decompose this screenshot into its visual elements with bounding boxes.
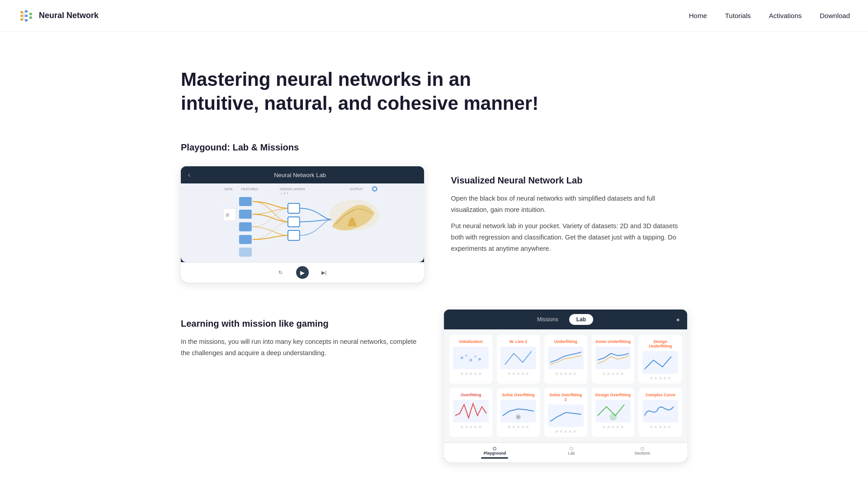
- svg-text:DATA: DATA: [225, 188, 233, 191]
- missions-feature-desc: In the missions, you will run into many …: [181, 336, 417, 358]
- mission-stars-4: [642, 376, 678, 380]
- svg-point-7: [29, 16, 32, 19]
- brand-logo-icon: [18, 8, 34, 24]
- lab-viz-svg: DATA FEATURES HIDDEN LAYERS — 1 + OUTPUT: [181, 183, 424, 260]
- svg-line-15: [28, 11, 29, 14]
- svg-line-18: [28, 18, 29, 20]
- mission-card-design-overfitting[interactable]: Design Overfitting: [592, 388, 635, 437]
- playback-controls: ↻ ▶ ▶|: [181, 262, 424, 282]
- mission-stars-8: [595, 425, 631, 429]
- next-button[interactable]: ▶|: [318, 266, 330, 279]
- lab-back-icon[interactable]: ‹: [188, 171, 190, 179]
- lab-body: DATA FEATURES HIDDEN LAYERS — 1 + OUTPUT: [181, 183, 424, 262]
- missions-mockup: Missions Lab ● Initialization: [444, 310, 687, 462]
- mission-card-complex-curve[interactable]: Complex Curve: [639, 388, 682, 437]
- mission-title-2: Underfitting: [548, 339, 584, 344]
- svg-line-17: [28, 16, 29, 18]
- mission-stars-7: [548, 430, 584, 433]
- nav-activations[interactable]: Activations: [769, 12, 802, 19]
- missions-bottom-nav: ⬡ Playground ⬡ Lab ⬡ Sections: [444, 442, 687, 462]
- mission-stars-6: [500, 425, 536, 429]
- svg-point-6: [29, 13, 32, 15]
- nav-tutorials[interactable]: Tutorials: [725, 12, 751, 19]
- missions-feature-row: Learning with mission like gaming In the…: [181, 310, 687, 462]
- bottom-nav-lab[interactable]: ⬡ Lab: [568, 446, 575, 459]
- mission-card-wline2[interactable]: W. Line 2: [497, 335, 540, 384]
- mission-title-9: Complex Curve: [642, 393, 678, 397]
- lab-title-text: Neural Network Lab: [274, 172, 326, 178]
- mission-chart-0: [453, 347, 489, 369]
- nav-links: Home Tutorials Activations Download: [689, 12, 850, 19]
- mission-stars-5: [453, 425, 489, 429]
- mission-chart-2: [548, 347, 584, 369]
- missions-mockup-container: Missions Lab ● Initialization: [444, 310, 687, 462]
- bottom-nav-sections[interactable]: ⬡ Sections: [634, 446, 650, 459]
- svg-point-39: [466, 355, 467, 357]
- mission-stars-3: [595, 372, 631, 375]
- lab-tab[interactable]: Lab: [569, 314, 593, 325]
- mission-title-5: Overfitting: [453, 393, 489, 397]
- mission-chart-9: [642, 400, 678, 422]
- hero-title: Mastering neural networks in an intuitiv…: [181, 68, 542, 115]
- playground-section-title: Playgound: Lab & Missions: [181, 142, 687, 153]
- svg-point-41: [475, 356, 476, 357]
- mission-stars-2: [548, 372, 584, 375]
- svg-rect-28: [239, 235, 252, 244]
- playground-section: Playgound: Lab & Missions ‹ Neural Netwo…: [181, 142, 687, 462]
- svg-point-4: [25, 14, 28, 17]
- missions-grid: Initialization: [444, 329, 687, 442]
- lab-feature-desc1: Open the black box of neural networks wi…: [451, 193, 687, 215]
- nav-home[interactable]: Home: [689, 12, 707, 19]
- mission-card-design-underfitting[interactable]: Design Underfitting: [639, 335, 682, 384]
- mission-card-some-underfitting[interactable]: Some Underfitting: [592, 335, 635, 384]
- svg-point-5: [25, 19, 28, 22]
- mission-title-8: Design Overfitting: [595, 393, 631, 397]
- svg-rect-34: [288, 230, 300, 240]
- svg-rect-29: [239, 248, 252, 257]
- svg-point-37: [373, 188, 376, 190]
- svg-point-38: [461, 357, 463, 359]
- mission-card-initialization[interactable]: Initialization: [449, 335, 492, 384]
- svg-text:HIDDEN LAYERS: HIDDEN LAYERS: [280, 188, 305, 191]
- mission-title-7: Solve Overfitting 2: [548, 393, 584, 402]
- lab-feature-heading: Visualized Neural Network Lab: [451, 175, 687, 186]
- missions-close-icon[interactable]: ●: [676, 316, 680, 323]
- brand-name-text: Neural Network: [39, 11, 99, 20]
- mission-stars-9: [642, 425, 678, 429]
- mission-card-underfitting[interactable]: Underfitting: [544, 335, 587, 384]
- svg-text:OUTPUT: OUTPUT: [350, 188, 363, 191]
- lab-mockup: ‹ Neural Network Lab DATA FEATURES: [181, 166, 424, 282]
- mission-card-solve-overfitting[interactable]: Solve Overfitting: [497, 388, 540, 437]
- svg-point-2: [20, 18, 23, 21]
- main-content: Mastering neural networks in an intuitiv…: [163, 32, 705, 488]
- mission-chart-7: [548, 404, 584, 427]
- mission-chart-8: [595, 400, 631, 422]
- nav-download[interactable]: Download: [820, 12, 850, 19]
- bottom-nav-playground[interactable]: ⬡ Playground: [481, 446, 508, 459]
- lab-feature-text: Visualized Neural Network Lab Open the b…: [451, 166, 687, 254]
- brand-logo-link[interactable]: Neural Network: [18, 8, 99, 24]
- svg-rect-32: [288, 203, 300, 213]
- mission-title-1: W. Line 2: [500, 339, 536, 344]
- mission-chart-4: [642, 351, 678, 374]
- lab-feature-desc2: Put neural network lab in your pocket. V…: [451, 221, 687, 254]
- svg-text:— 1 +: — 1 +: [280, 192, 288, 195]
- mission-title-4: Design Underfitting: [642, 339, 678, 348]
- svg-point-45: [609, 413, 617, 421]
- mission-title-6: Solve Overfitting: [500, 393, 536, 397]
- mission-stars-1: [500, 372, 536, 375]
- play-button[interactable]: ▶: [296, 266, 309, 279]
- mission-card-solve-overfitting2[interactable]: Solve Overfitting 2: [544, 388, 587, 437]
- svg-text:⊞: ⊞: [226, 212, 229, 217]
- svg-point-40: [470, 359, 472, 361]
- mission-card-overfitting[interactable]: Overfitting: [449, 388, 492, 437]
- missions-tab[interactable]: Missions: [530, 314, 566, 325]
- restart-button[interactable]: ↻: [274, 266, 287, 279]
- mission-title-0: Initialization: [453, 339, 489, 344]
- svg-rect-25: [239, 197, 252, 206]
- svg-point-0: [20, 11, 23, 14]
- svg-rect-33: [288, 217, 300, 227]
- svg-point-44: [517, 416, 520, 418]
- mission-chart-3: [595, 347, 631, 369]
- svg-point-3: [25, 10, 28, 13]
